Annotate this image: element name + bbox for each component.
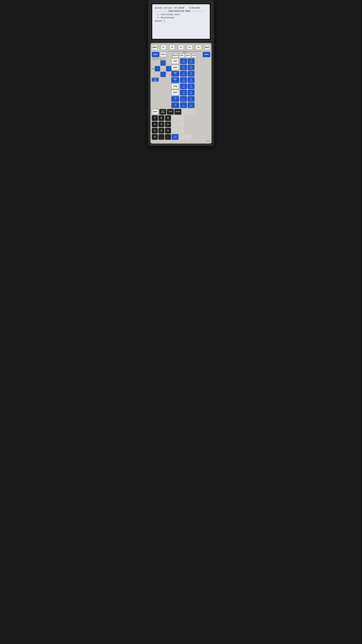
key-comma-minus[interactable]: ,—: [165, 134, 171, 140]
key-7[interactable]: 7: [152, 115, 158, 121]
power-label: POWER: [155, 58, 159, 60]
minus-x-j4-button[interactable]: -X(J4): [180, 77, 187, 83]
dpad-down-button[interactable]: ↓: [160, 72, 166, 77]
diag-help-button[interactable]: DIAG HELP: [172, 134, 178, 140]
blank-key-5: [172, 122, 178, 127]
backspace-label: BACKSPACE: [161, 110, 165, 113]
key-3[interactable]: 3: [165, 128, 171, 134]
fwd-button[interactable]: FWD: [171, 71, 179, 76]
plus-j7-button[interactable]: +(J7): [188, 96, 195, 102]
axis-row-j1: -X(J1) +X(J1): [180, 58, 195, 64]
plus-y-j2-button[interactable]: +Y(J2): [188, 64, 195, 70]
minus-j7-button[interactable]: -(J7): [180, 96, 187, 102]
info-button[interactable]: i: [152, 65, 154, 72]
key-2[interactable]: 2: [158, 128, 164, 134]
backspace-button[interactable]: BACKSPACE: [159, 109, 166, 114]
dpad-empty-tl: [155, 60, 160, 66]
data-button[interactable]: DATA: [185, 53, 191, 58]
key-4[interactable]: 4: [152, 122, 158, 127]
indicator-row: POWER FAULT: [153, 58, 170, 60]
minus-y-j2-button[interactable]: -Y(J2): [180, 64, 187, 70]
hold-label: HOLD: [173, 67, 177, 68]
minus-z-j3-button[interactable]: -Z(J3): [180, 71, 187, 76]
blank-key-6: [178, 122, 184, 127]
screen-bezel: System version: V8.30258 6/20/2018 -----…: [150, 2, 212, 40]
item-button[interactable]: ITEM: [167, 109, 174, 114]
mid-section: POWER FAULT i ↑ ← →: [152, 58, 210, 108]
disp-button[interactable]: DISP: [152, 78, 159, 82]
center-controls: STEP HOLD FWD BWD COORD GROUP +%: [171, 58, 179, 108]
minus-z-j6-button[interactable]: -Z(J6): [180, 90, 187, 96]
bwd-button[interactable]: BWD: [171, 77, 179, 83]
minus-j8-button[interactable]: -(J8): [180, 102, 187, 108]
group-button[interactable]: GROUP: [171, 90, 179, 96]
minus-x-j1-button[interactable]: -X(J1): [180, 58, 187, 64]
menu-button[interactable]: MENU: [160, 52, 167, 57]
edit-button[interactable]: EDIT: [179, 53, 185, 58]
axis-keys: -X(J1) +X(J1) -Y(J2) +Y(J2) -Z(J3) +Z(J3…: [180, 58, 195, 108]
fault-label: FAULT: [162, 58, 166, 60]
axis-row-j4: -X(J4) +X(J4): [180, 77, 195, 83]
axis-row-j6: -Z(J6) +Z(J6): [180, 90, 195, 96]
screen-line-1: System version: V8.30258 6/20/2018: [155, 6, 207, 10]
plus-x-j1-button[interactable]: +X(J1): [188, 58, 195, 64]
plus-z-j3-button[interactable]: +Z(J3): [188, 71, 195, 76]
disp-icons: [153, 80, 157, 81]
next-button[interactable]: NEXT: [204, 45, 210, 50]
teach-row: SHIFT MENU TEACH SELECT EDIT DATA FCTN S…: [152, 51, 210, 58]
f5-button[interactable]: F5: [195, 45, 201, 50]
f4-button[interactable]: F4: [187, 45, 193, 50]
key-8[interactable]: 8: [158, 115, 164, 121]
axis-row-j5: -Y(J5) +Y(J5): [180, 84, 195, 89]
step-button[interactable]: STEP: [171, 58, 179, 64]
dpad-right-button[interactable]: →: [166, 66, 171, 72]
item-label: ITEM: [169, 111, 172, 112]
axis-row-j8: -(J8) +(J8): [180, 102, 195, 108]
select-button[interactable]: SELECT: [172, 53, 179, 58]
plus-y-j5-button[interactable]: +Y(J5): [188, 84, 195, 89]
step-label: STEP: [173, 60, 177, 62]
info-icon: i: [152, 67, 154, 70]
blank-key-10: [186, 134, 192, 140]
plus-percent-button[interactable]: +% ▲: [171, 96, 179, 102]
plus-j8-button[interactable]: +(J8): [188, 102, 195, 108]
f2-button[interactable]: F2: [169, 45, 175, 50]
key-9[interactable]: 9: [165, 115, 171, 121]
reset-button[interactable]: RESET: [152, 109, 159, 114]
hold-button[interactable]: HOLD: [171, 64, 179, 70]
prev-button[interactable]: PREV: [152, 45, 158, 50]
key-1[interactable]: 1: [152, 128, 158, 134]
key-6[interactable]: 6: [165, 122, 171, 127]
enter-label: ENTER: [176, 111, 180, 112]
f1-button[interactable]: F1: [161, 45, 167, 50]
plus-z-j6-button[interactable]: +Z(J6): [188, 90, 195, 96]
plus-percent-arrow: ▲: [175, 99, 176, 100]
key-dot[interactable]: .: [158, 134, 164, 140]
shift-right-button[interactable]: SHIFT: [203, 52, 210, 57]
key-5[interactable]: 5: [158, 122, 164, 127]
fctn-button[interactable]: FCTN: [191, 53, 197, 58]
blank-key-9: [179, 134, 185, 140]
minus-percent-label: -%: [174, 104, 176, 105]
disp-icon-1: [153, 80, 155, 81]
teach-keys: SELECT EDIT DATA FCTN: [172, 53, 197, 58]
blank-key-1: [182, 109, 188, 114]
key-0[interactable]: 0: [152, 134, 158, 140]
plus-x-j4-button[interactable]: +X(J4): [188, 77, 195, 83]
minus-percent-button[interactable]: -% ▼: [171, 102, 179, 108]
f3-button[interactable]: F3: [178, 45, 184, 50]
enter-button[interactable]: ENTER: [174, 109, 181, 114]
dpad-up-button[interactable]: ↑: [160, 60, 166, 66]
dpad-left-button[interactable]: ←: [155, 66, 160, 72]
dpad-empty-center: [160, 66, 166, 72]
disp-icon-2: [155, 80, 157, 81]
minus-y-j5-button[interactable]: -Y(J5): [180, 84, 187, 89]
teach-label: TEACH: [167, 51, 202, 53]
numpad-row-3: 1 2 3: [152, 128, 210, 134]
bwd-label: BWD: [174, 78, 177, 80]
power-led: [153, 58, 154, 60]
shift-left-button[interactable]: SHIFT: [152, 52, 159, 57]
coord-button[interactable]: COORD: [171, 84, 179, 89]
axis-row-j2: -Y(J2) +Y(J2): [180, 64, 195, 70]
fwd-label: FWD: [174, 72, 177, 74]
